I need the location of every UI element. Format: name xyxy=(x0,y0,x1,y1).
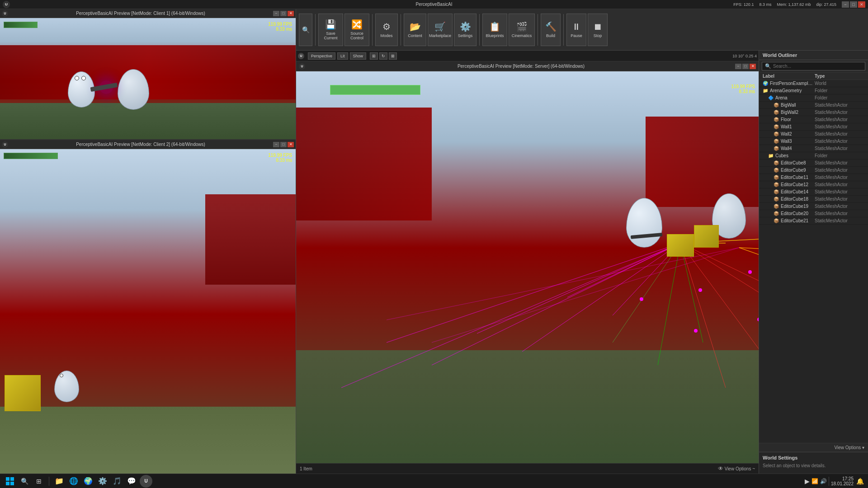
taskbar-settings[interactable]: ⚙️ xyxy=(96,475,109,488)
scale-snap-btn[interactable]: ⊠ xyxy=(389,52,397,60)
save-current-button[interactable]: 💾 Save Current xyxy=(318,14,343,46)
server-cube2 xyxy=(694,225,719,248)
taskbar-ue[interactable]: U xyxy=(140,475,152,488)
taskbar-task-view[interactable]: ⊞ xyxy=(33,475,45,488)
taskbar-file-explorer[interactable]: 📁 xyxy=(53,475,66,488)
bottom-view-options-btn[interactable]: 👁 View Options ~ xyxy=(718,465,755,472)
modes-button[interactable]: ⚙ Modes xyxy=(375,14,398,46)
outliner-item[interactable]: 📦 EditorCube20 StaticMeshActor xyxy=(759,210,868,217)
outliner-item[interactable]: 📦 EditorCube12 StaticMeshActor xyxy=(759,181,868,188)
uptime-display: dip: 27.415 xyxy=(816,2,836,7)
outliner-item[interactable]: 📁 Cubes Folder xyxy=(759,152,868,160)
outliner-view-options-btn[interactable]: View Options ▾ xyxy=(834,445,864,450)
taskbar-spotify[interactable]: 🎵 xyxy=(111,475,123,488)
lit-btn[interactable]: Lit xyxy=(337,52,348,60)
client1-title-bar: U PerceptiveBasicAI Preview [NetMode: Cl… xyxy=(0,9,296,18)
taskbar-play-icon[interactable]: ▶ xyxy=(805,478,810,485)
blueprints-button[interactable]: 📋 Blueprints xyxy=(482,14,507,46)
outliner-item[interactable]: 📦 Wall3 StaticMeshActor xyxy=(759,138,868,145)
item-type: StaticMeshActor xyxy=(815,197,864,202)
settings-button[interactable]: ⚙️ Settings xyxy=(454,14,476,46)
client1-minimize[interactable]: − xyxy=(273,11,279,16)
client2-ue-logo: U xyxy=(2,141,8,148)
taskbar-start[interactable] xyxy=(4,475,16,488)
client2-title: PerceptiveBasicAI Preview [NetMode: Clie… xyxy=(8,142,273,147)
client2-restore[interactable]: □ xyxy=(280,142,287,147)
client2-close[interactable]: ✕ xyxy=(288,142,294,147)
taskbar-volume[interactable]: 🔊 xyxy=(820,478,827,484)
debug-dot1 xyxy=(698,288,702,292)
client1-close[interactable]: ✕ xyxy=(288,11,294,16)
outliner-item[interactable]: 📦 BigWall StaticMeshActor xyxy=(759,102,868,109)
view-options-label: View Options ~ xyxy=(725,466,755,471)
client2-minimize[interactable]: − xyxy=(273,142,279,147)
source-control-button[interactable]: 🔀 Source Control xyxy=(344,14,369,46)
marketplace-button[interactable]: 🛒 Marketplace xyxy=(428,14,453,46)
server-cube1 xyxy=(667,234,694,257)
outliner-item[interactable]: 📦 EditorCube9 StaticMeshActor xyxy=(759,167,868,174)
outliner-item[interactable]: 🔷 Arena Folder xyxy=(759,94,868,102)
client1-restore[interactable]: □ xyxy=(280,11,287,16)
outliner-item[interactable]: 📦 BigWall2 StaticMeshActor xyxy=(759,109,868,116)
item-label: EditorCube9 xyxy=(781,168,815,173)
col-label: Label xyxy=(763,74,815,79)
outliner-item[interactable]: 📦 EditorCube11 StaticMeshActor xyxy=(759,174,868,181)
taskbar-chrome[interactable]: 🌐 xyxy=(67,475,80,488)
item-label: ArenaGeometry xyxy=(770,88,815,93)
server-ue-logo: U xyxy=(299,63,305,70)
modes-label: Modes xyxy=(380,33,392,38)
cinematics-button[interactable]: 🎬 Cinematics xyxy=(509,14,535,46)
outliner-item[interactable]: 📦 Wall2 StaticMeshActor xyxy=(759,131,868,138)
minimize-btn[interactable]: − xyxy=(842,1,849,8)
taskbar-wifi[interactable]: 📶 xyxy=(811,478,818,484)
stop-button[interactable]: ⏹ Stop xyxy=(588,14,608,46)
outliner-item[interactable]: 📦 Wall4 StaticMeshActor xyxy=(759,145,868,152)
taskbar-search[interactable]: 🔍 xyxy=(18,475,31,488)
client1-fps: 119.99 FPS 8.33 ms xyxy=(268,22,292,32)
item-icon: 📦 xyxy=(774,146,779,151)
server-viewport[interactable]: 119.99 FPS 8.33 ms xyxy=(296,71,759,463)
item-type: StaticMeshActor xyxy=(815,160,864,165)
toolbar-search[interactable]: 🔍 xyxy=(299,14,312,46)
server-restore[interactable]: □ xyxy=(742,64,749,69)
item-type: StaticMeshActor xyxy=(815,146,864,151)
taskbar-discord[interactable]: 💬 xyxy=(125,475,138,488)
item-icon: 📦 xyxy=(774,139,779,144)
maximize-btn[interactable]: □ xyxy=(850,1,857,8)
outliner-item[interactable]: 📁 ArenaGeometry Folder xyxy=(759,87,868,94)
item-icon: 📦 xyxy=(774,218,779,223)
outliner-item[interactable]: 🌍 FirstPersonExampleMap (Client 1) World xyxy=(759,80,868,87)
server-close[interactable]: ✕ xyxy=(750,64,756,69)
content-button[interactable]: 📂 Content xyxy=(404,14,426,46)
close-btn[interactable]: ✕ xyxy=(858,1,865,8)
build-icon: 🔨 xyxy=(545,21,557,32)
item-type: StaticMeshActor xyxy=(815,131,864,136)
perspective-btn[interactable]: Perspective xyxy=(308,52,335,60)
outliner-item[interactable]: 📦 EditorCube18 StaticMeshActor xyxy=(759,196,868,203)
outliner-search-input[interactable] xyxy=(773,64,862,69)
client2-viewport[interactable]: U PerceptiveBasicAI Preview [NetMode: Cl… xyxy=(0,140,296,488)
outliner-item[interactable]: 📦 EditorCube19 StaticMeshActor xyxy=(759,203,868,210)
item-label: Wall2 xyxy=(781,131,815,136)
server-minimize[interactable]: − xyxy=(735,64,741,69)
pause-label: Pause xyxy=(571,33,582,38)
client1-viewport[interactable]: U PerceptiveBasicAI Preview [NetMode: Cl… xyxy=(0,9,296,140)
rotation-snap-btn[interactable]: ↻ xyxy=(379,52,387,60)
outliner-item[interactable]: 📦 Wall1 StaticMeshActor xyxy=(759,123,868,131)
mem-display: Mem: 1,137.62 mb xyxy=(777,2,811,7)
taskbar-notification[interactable]: 🔔 xyxy=(855,477,864,486)
show-btn[interactable]: Show xyxy=(350,52,367,60)
outliner-item[interactable]: 📦 EditorCube14 StaticMeshActor xyxy=(759,188,868,196)
taskbar-clock[interactable]: 17:25 18.01.2022 xyxy=(831,476,854,486)
debug-dot3 xyxy=(694,329,698,333)
pause-button[interactable]: ⏸ Pause xyxy=(566,14,586,46)
build-button[interactable]: 🔨 Build xyxy=(541,14,561,46)
outliner-item[interactable]: 📦 EditorCube21 StaticMeshActor xyxy=(759,217,868,225)
grid-snap-btn[interactable]: ⊞ xyxy=(370,52,378,60)
pause-icon: ⏸ xyxy=(572,22,581,32)
outliner-item[interactable]: 📦 Floor StaticMeshActor xyxy=(759,116,868,123)
taskbar-edge[interactable]: 🌍 xyxy=(82,475,94,488)
taskbar-sep2 xyxy=(829,477,829,486)
item-icon: 📁 xyxy=(763,88,768,93)
outliner-item[interactable]: 📦 EditorCube8 StaticMeshActor xyxy=(759,160,868,167)
